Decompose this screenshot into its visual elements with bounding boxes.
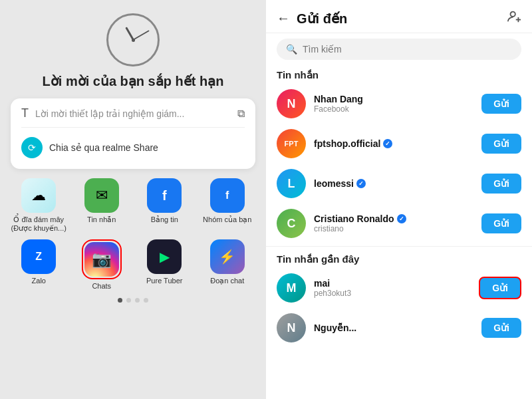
copy-icon[interactable]: ⧉ [237, 108, 245, 120]
contact-item-next: N Nguyễn... Gửi [266, 308, 532, 348]
share-card: T Lời mời thiết lập trải nghiệm giám... … [11, 98, 255, 169]
contact-name-cr7: Cristiano Ronaldo ✓ [314, 213, 473, 224]
app-label-newsfeed: Bảng tin [151, 215, 178, 224]
contact-name-fpt: fptshop.official ✓ [314, 138, 473, 149]
contact-info-nhan: Nhan Dang Facebook [314, 94, 473, 114]
contact-info-leo: leomessi ✓ [314, 178, 473, 189]
app-item-groups[interactable]: f Nhóm của bạn [200, 178, 256, 233]
send-button-next[interactable]: Gửi [481, 318, 521, 338]
app-icon-messenger: ⚡ [210, 239, 245, 274]
verified-badge-leo: ✓ [356, 179, 366, 188]
clock-center-dot [132, 39, 135, 42]
right-panel: ← Gửi đến 🔍 Tin nhắn N Nhan Dang Faceboo… [266, 0, 532, 399]
section-divider [266, 246, 532, 247]
section-title-recent: Tin nhắn gần đây [266, 249, 532, 268]
send-button-cr7[interactable]: Gửi [481, 213, 521, 233]
apps-grid: ☁ Ổ đĩa đám mây(Được khuyến...) ✉ Tin nh… [11, 178, 255, 290]
contact-info-mai: mai peh3okut3 [314, 278, 471, 298]
verified-badge-fpt: ✓ [383, 139, 392, 148]
app-label-zalo: Zalo [32, 277, 46, 285]
send-button-fpt[interactable]: Gửi [481, 134, 521, 154]
text-icon: T [21, 106, 29, 120]
search-icon: 🔍 [286, 44, 297, 55]
search-bar: 🔍 [277, 39, 521, 60]
contact-sub-cr7: cristiano [314, 224, 473, 233]
contact-info-fpt: fptshop.official ✓ [314, 138, 473, 149]
left-panel: Lời mời của bạn sắp hết hạn T Lời mời th… [0, 0, 266, 399]
app-label-cloud: Ổ đĩa đám mây(Được khuyến...) [11, 215, 66, 233]
contact-name-leo: leomessi ✓ [314, 178, 473, 189]
dot-4[interactable] [144, 298, 148, 303]
send-button-leo[interactable]: Gửi [481, 174, 521, 194]
avatar-cr7: C [277, 209, 306, 238]
realme-share-icon: ⟳ [21, 137, 43, 158]
contact-name-next: Nguyễn... [314, 323, 473, 333]
verified-badge-cr7: ✓ [397, 214, 406, 223]
contact-name-mai: mai [314, 278, 471, 289]
contact-info-next: Nguyễn... [314, 323, 473, 333]
section-title-messages: Tin nhắn [266, 65, 532, 84]
clock-icon [106, 13, 160, 66]
contact-sub-mai: peh3okut3 [314, 289, 471, 298]
contact-item-leo: L leomessi ✓ Gửi [266, 164, 532, 203]
contact-item-nhan: N Nhan Dang Facebook Gửi [266, 84, 532, 124]
app-label-groups: Nhóm của bạn [203, 215, 251, 224]
app-item-newsfeed[interactable]: f Bảng tin [136, 178, 193, 233]
avatar-leo: L [277, 169, 306, 198]
right-title: Gửi đến [297, 11, 500, 27]
back-button[interactable]: ← [277, 11, 290, 26]
avatar-mai: M [277, 273, 306, 303]
avatar-fpt: FPT [277, 129, 306, 158]
avatar-nhan: N [277, 89, 306, 118]
link-row: T Lời mời thiết lập trải nghiệm giám... … [21, 106, 245, 128]
app-icon-cloud: ☁ [21, 178, 56, 213]
svg-point-0 [511, 12, 515, 17]
app-icon-messages: ✉ [84, 178, 119, 213]
app-label-puretuber: Pure Tuber [146, 277, 182, 285]
app-label-messenger: Đoạn chat [210, 277, 244, 285]
contact-item-fpt: FPT fptshop.official ✓ Gửi [266, 124, 532, 164]
contact-list: Tin nhắn N Nhan Dang Facebook Gửi FPT fp… [266, 65, 532, 399]
app-item-zalo[interactable]: Z Zalo [11, 239, 67, 290]
search-input[interactable] [303, 44, 512, 55]
app-label-messages: Tin nhắn [87, 215, 116, 224]
app-item-puretuber[interactable]: ▶ Pure Tuber [136, 239, 193, 290]
app-icon-groups: f [210, 178, 245, 213]
app-icon-instagram: 📷 [84, 242, 119, 277]
contact-sub-nhan: Facebook [314, 104, 473, 114]
app-icon-newsfeed: f [147, 178, 182, 213]
realme-share-row[interactable]: ⟳ Chia sẻ qua realme Share [21, 134, 245, 161]
app-item-messages[interactable]: ✉ Tin nhắn [74, 178, 130, 233]
app-item-messenger[interactable]: ⚡ Đoạn chat [200, 239, 256, 290]
contact-name-nhan: Nhan Dang [314, 94, 473, 104]
expiry-title: Lời mời của bạn sắp hết hạn [43, 73, 224, 89]
app-icon-puretuber: ▶ [147, 239, 182, 274]
add-contact-icon[interactable] [507, 9, 521, 27]
page-dots [118, 298, 148, 303]
instagram-highlight-border: 📷 [82, 239, 122, 279]
contact-item-cr7: C Cristiano Ronaldo ✓ cristiano Gửi [266, 203, 532, 243]
dot-2[interactable] [126, 298, 131, 303]
right-header: ← Gửi đến [266, 0, 532, 33]
send-button-nhan[interactable]: Gửi [481, 94, 521, 114]
realme-share-label: Chia sẻ qua realme Share [49, 142, 158, 153]
contact-info-cr7: Cristiano Ronaldo ✓ cristiano [314, 213, 473, 233]
avatar-next: N [277, 313, 306, 342]
app-label-instagram: Chats [92, 282, 111, 290]
app-icon-zalo: Z [21, 239, 56, 274]
send-button-mai[interactable]: Gửi [479, 277, 521, 299]
contact-item-mai: M mai peh3okut3 Gửi [266, 268, 532, 308]
app-item-instagram[interactable]: 📷 Chats [74, 239, 130, 290]
app-item-cloud[interactable]: ☁ Ổ đĩa đám mây(Được khuyến...) [11, 178, 67, 233]
link-text: Lời mời thiết lập trải nghiệm giám... [35, 108, 231, 119]
dot-3[interactable] [135, 298, 140, 303]
dot-1[interactable] [118, 298, 122, 303]
clock-minute-hand [133, 30, 150, 41]
